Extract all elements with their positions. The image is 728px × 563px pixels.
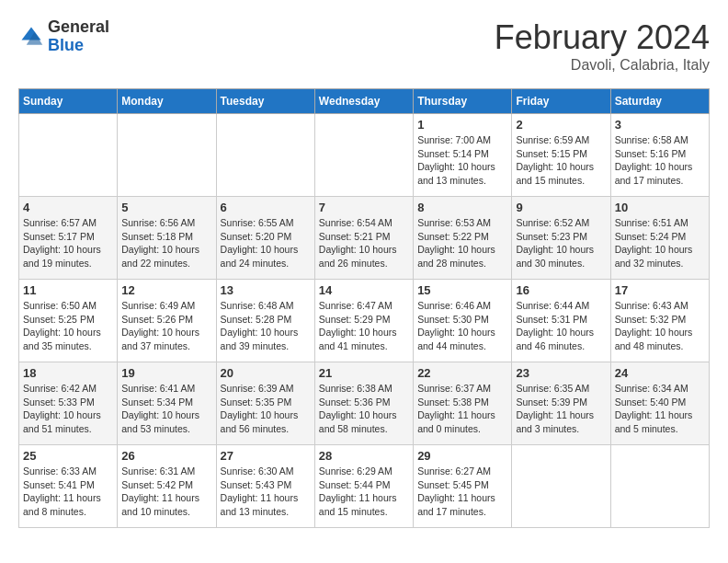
day-number: 21: [319, 366, 409, 380]
day-number: 8: [417, 201, 507, 214]
day-number: 27: [221, 449, 311, 463]
calendar-day-cell: 17Sunrise: 6:43 AM Sunset: 5:32 PM Dayli…: [610, 280, 709, 362]
calendar-day-cell: 29Sunrise: 6:27 AM Sunset: 5:45 PM Dayli…: [414, 445, 512, 528]
calendar-day-cell: 5Sunrise: 6:56 AM Sunset: 5:18 PM Daylig…: [118, 197, 216, 280]
calendar-day-cell: 9Sunrise: 6:52 AM Sunset: 5:23 PM Daylig…: [512, 197, 610, 280]
day-info: Sunrise: 6:44 AM Sunset: 5:31 PM Dayligh…: [516, 299, 606, 353]
day-info: Sunrise: 6:43 AM Sunset: 5:32 PM Dayligh…: [615, 299, 705, 353]
calendar-day-cell: 26Sunrise: 6:31 AM Sunset: 5:42 PM Dayli…: [118, 445, 216, 528]
logo: General Blue: [18, 18, 109, 55]
day-info: Sunrise: 6:49 AM Sunset: 5:26 PM Dayligh…: [121, 299, 211, 353]
day-info: Sunrise: 6:59 AM Sunset: 5:15 PM Dayligh…: [516, 133, 606, 188]
calendar-day-cell: [19, 114, 118, 197]
day-number: 20: [221, 366, 311, 380]
day-number: 28: [319, 449, 409, 463]
weekday-header: Monday: [118, 89, 216, 114]
day-number: 22: [417, 366, 507, 380]
calendar-day-cell: 13Sunrise: 6:48 AM Sunset: 5:28 PM Dayli…: [216, 280, 314, 362]
calendar-day-cell: 1Sunrise: 7:00 AM Sunset: 5:14 PM Daylig…: [414, 114, 512, 197]
day-info: Sunrise: 6:48 AM Sunset: 5:28 PM Dayligh…: [221, 299, 311, 353]
calendar-day-cell: 21Sunrise: 6:38 AM Sunset: 5:36 PM Dayli…: [314, 362, 413, 445]
calendar-day-cell: 6Sunrise: 6:55 AM Sunset: 5:20 PM Daylig…: [216, 197, 314, 280]
calendar-day-cell: 10Sunrise: 6:51 AM Sunset: 5:24 PM Dayli…: [610, 197, 709, 280]
day-info: Sunrise: 6:29 AM Sunset: 5:44 PM Dayligh…: [319, 465, 409, 519]
day-info: Sunrise: 6:39 AM Sunset: 5:35 PM Dayligh…: [221, 382, 311, 436]
calendar-day-cell: 23Sunrise: 6:35 AM Sunset: 5:39 PM Dayli…: [512, 362, 610, 445]
calendar-day-cell: 8Sunrise: 6:53 AM Sunset: 5:22 PM Daylig…: [414, 197, 512, 280]
day-info: Sunrise: 7:00 AM Sunset: 5:14 PM Dayligh…: [417, 133, 507, 188]
day-number: 7: [319, 201, 409, 214]
day-info: Sunrise: 6:41 AM Sunset: 5:34 PM Dayligh…: [121, 382, 211, 436]
day-info: Sunrise: 6:37 AM Sunset: 5:38 PM Dayligh…: [417, 382, 507, 436]
day-number: 12: [121, 283, 211, 297]
month-title: February 2024: [495, 18, 710, 57]
calendar-day-cell: 7Sunrise: 6:54 AM Sunset: 5:21 PM Daylig…: [314, 197, 413, 280]
day-number: 2: [516, 118, 606, 132]
day-number: 17: [615, 283, 705, 297]
day-number: 23: [516, 366, 606, 380]
day-info: Sunrise: 6:31 AM Sunset: 5:42 PM Dayligh…: [121, 465, 211, 519]
day-info: Sunrise: 6:30 AM Sunset: 5:43 PM Dayligh…: [221, 465, 311, 519]
calendar-day-cell: 18Sunrise: 6:42 AM Sunset: 5:33 PM Dayli…: [19, 362, 118, 445]
logo-blue-text: Blue: [48, 36, 84, 54]
calendar-week-row: 11Sunrise: 6:50 AM Sunset: 5:25 PM Dayli…: [19, 280, 710, 362]
calendar-day-cell: [314, 114, 413, 197]
day-info: Sunrise: 6:56 AM Sunset: 5:18 PM Dayligh…: [121, 216, 211, 270]
calendar-day-cell: 25Sunrise: 6:33 AM Sunset: 5:41 PM Dayli…: [19, 445, 118, 528]
calendar-day-cell: 11Sunrise: 6:50 AM Sunset: 5:25 PM Dayli…: [19, 280, 118, 362]
calendar-week-row: 1Sunrise: 7:00 AM Sunset: 5:14 PM Daylig…: [19, 114, 710, 197]
weekday-header: Sunday: [19, 89, 118, 114]
calendar-day-cell: [118, 114, 216, 197]
day-info: Sunrise: 6:27 AM Sunset: 5:45 PM Dayligh…: [417, 465, 507, 519]
calendar-table: SundayMondayTuesdayWednesdayThursdayFrid…: [18, 88, 710, 528]
day-number: 9: [516, 201, 606, 214]
day-number: 3: [615, 118, 705, 132]
calendar-day-cell: 20Sunrise: 6:39 AM Sunset: 5:35 PM Dayli…: [216, 362, 314, 445]
day-info: Sunrise: 6:34 AM Sunset: 5:40 PM Dayligh…: [615, 382, 705, 436]
day-number: 29: [417, 449, 507, 463]
calendar-day-cell: 24Sunrise: 6:34 AM Sunset: 5:40 PM Dayli…: [610, 362, 709, 445]
day-number: 4: [23, 201, 113, 214]
day-info: Sunrise: 6:38 AM Sunset: 5:36 PM Dayligh…: [319, 382, 409, 436]
day-info: Sunrise: 6:35 AM Sunset: 5:39 PM Dayligh…: [516, 382, 606, 436]
day-info: Sunrise: 6:54 AM Sunset: 5:21 PM Dayligh…: [319, 216, 409, 270]
day-info: Sunrise: 6:52 AM Sunset: 5:23 PM Dayligh…: [516, 216, 606, 270]
day-info: Sunrise: 6:46 AM Sunset: 5:30 PM Dayligh…: [417, 299, 507, 353]
logo-general-text: General: [48, 17, 109, 36]
calendar-week-row: 18Sunrise: 6:42 AM Sunset: 5:33 PM Dayli…: [19, 362, 710, 445]
calendar-day-cell: 16Sunrise: 6:44 AM Sunset: 5:31 PM Dayli…: [512, 280, 610, 362]
day-number: 16: [516, 283, 606, 297]
logo-icon: [18, 24, 44, 50]
day-info: Sunrise: 6:47 AM Sunset: 5:29 PM Dayligh…: [319, 299, 409, 353]
day-number: 19: [121, 366, 211, 380]
calendar-day-cell: 27Sunrise: 6:30 AM Sunset: 5:43 PM Dayli…: [216, 445, 314, 528]
day-number: 25: [23, 449, 113, 463]
day-number: 1: [417, 118, 507, 132]
title-block: February 2024 Davoli, Calabria, Italy: [495, 18, 710, 74]
day-number: 11: [23, 283, 113, 297]
calendar-day-cell: 19Sunrise: 6:41 AM Sunset: 5:34 PM Dayli…: [118, 362, 216, 445]
day-info: Sunrise: 6:33 AM Sunset: 5:41 PM Dayligh…: [23, 465, 113, 519]
calendar-day-cell: 12Sunrise: 6:49 AM Sunset: 5:26 PM Dayli…: [118, 280, 216, 362]
calendar-day-cell: 2Sunrise: 6:59 AM Sunset: 5:15 PM Daylig…: [512, 114, 610, 197]
day-info: Sunrise: 6:51 AM Sunset: 5:24 PM Dayligh…: [615, 216, 705, 270]
calendar-day-cell: 3Sunrise: 6:58 AM Sunset: 5:16 PM Daylig…: [610, 114, 709, 197]
day-info: Sunrise: 6:53 AM Sunset: 5:22 PM Dayligh…: [417, 216, 507, 270]
day-number: 10: [615, 201, 705, 214]
weekday-header: Saturday: [610, 89, 709, 114]
calendar-day-cell: 28Sunrise: 6:29 AM Sunset: 5:44 PM Dayli…: [314, 445, 413, 528]
day-info: Sunrise: 6:50 AM Sunset: 5:25 PM Dayligh…: [23, 299, 113, 353]
day-number: 5: [121, 201, 211, 214]
calendar-day-cell: [216, 114, 314, 197]
weekday-header: Wednesday: [314, 89, 413, 114]
location-subtitle: Davoli, Calabria, Italy: [495, 57, 710, 74]
calendar-week-row: 25Sunrise: 6:33 AM Sunset: 5:41 PM Dayli…: [19, 445, 710, 528]
day-number: 14: [319, 283, 409, 297]
calendar-day-cell: 4Sunrise: 6:57 AM Sunset: 5:17 PM Daylig…: [19, 197, 118, 280]
day-info: Sunrise: 6:42 AM Sunset: 5:33 PM Dayligh…: [23, 382, 113, 436]
day-number: 26: [121, 449, 211, 463]
page-header: General Blue February 2024 Davoli, Calab…: [18, 18, 710, 74]
day-number: 18: [23, 366, 113, 380]
day-info: Sunrise: 6:58 AM Sunset: 5:16 PM Dayligh…: [615, 133, 705, 188]
calendar-week-row: 4Sunrise: 6:57 AM Sunset: 5:17 PM Daylig…: [19, 197, 710, 280]
